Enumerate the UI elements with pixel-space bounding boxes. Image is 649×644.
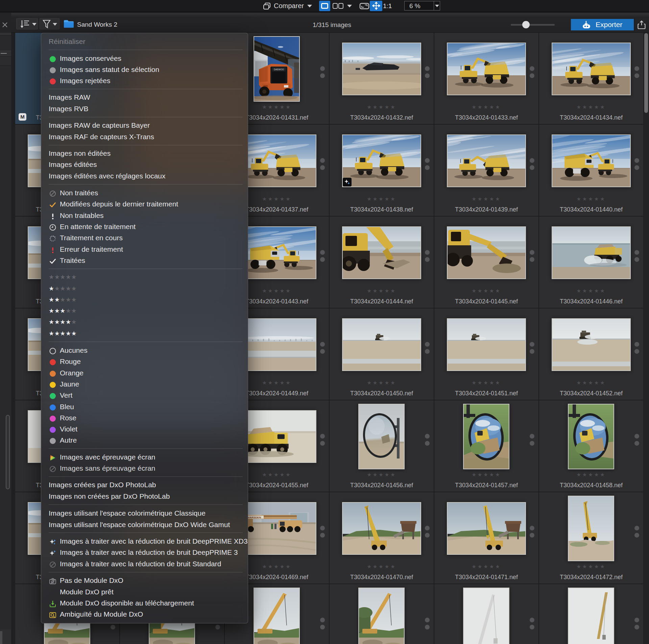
svg-text:DAEWOO: DAEWOO (274, 68, 284, 71)
svg-text:MARSDEN: MARSDEN (247, 516, 261, 519)
